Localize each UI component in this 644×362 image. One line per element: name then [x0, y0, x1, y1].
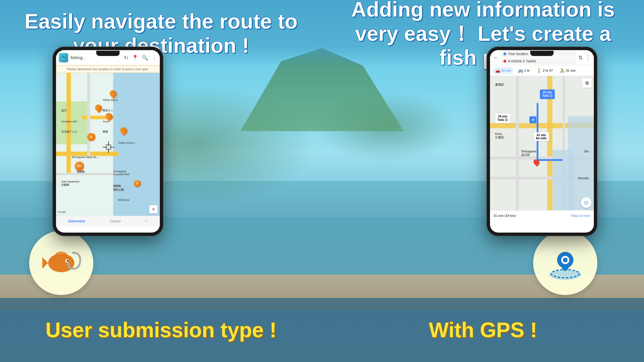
- minus-button[interactable]: −: [145, 219, 148, 224]
- road-horizontal-3: [56, 173, 118, 175]
- footer-left: User submission type !: [0, 298, 322, 362]
- right-phone-container: ← Your location 4-chōme-1 Yashio ⇅ ⋮: [487, 47, 597, 236]
- bus-time: 1 hr: [524, 69, 530, 72]
- route-bike-option[interactable]: 🚴 31 min: [557, 67, 578, 74]
- fishing-map[interactable]: 品川 Tennōzu Isle 天王洲アイル Tokyo Big S 東京ビッ …: [56, 73, 160, 216]
- fish-hook-svg: [39, 241, 83, 285]
- left-circle-icon: [29, 231, 93, 295]
- right-footer-title: With GPS !: [429, 318, 537, 342]
- nav-label-shinjuku: 新宿区: [495, 83, 504, 87]
- left-phone-notch: [96, 51, 120, 56]
- svg-point-14: [563, 258, 568, 262]
- map-bottom-actions: Determine Cancel −: [56, 216, 160, 226]
- fish-pin-large-cluster: 10+: [75, 161, 84, 171]
- map-label-10: JonanjimaSeaside Park: [113, 170, 130, 176]
- right-phone-notch: [530, 51, 554, 56]
- left-footer-title: User submission type !: [46, 318, 276, 342]
- map-label-4: Tokyo Big S: [103, 99, 118, 101]
- map-label-3: 天王洲アイル: [61, 130, 77, 134]
- fish-pin-2: [95, 104, 102, 112]
- origin-dot: [503, 52, 506, 55]
- gps-location-svg: [543, 241, 587, 285]
- nav-footer: 31 min (19 km) Steps & more: [490, 210, 594, 221]
- road-v2: [516, 76, 519, 210]
- distance-text: 31 min (19 km): [494, 214, 516, 217]
- more-icon[interactable]: ⋮: [152, 55, 157, 61]
- road-vertical-2: [87, 73, 90, 159]
- svg-point-9: [67, 263, 70, 266]
- location-pin-icon[interactable]: 📍: [132, 55, 138, 61]
- interchange-icon: ⇌: [529, 116, 536, 123]
- footer: User submission type ! With GPS !: [0, 298, 644, 362]
- route-badge-alt1: 34 minTolls ⓘ: [495, 114, 510, 123]
- walk-icon: 🚶: [537, 68, 542, 73]
- swap-directions-icon[interactable]: ⇅: [578, 55, 583, 61]
- fish-pin-5: 5: [134, 180, 141, 187]
- search-icon[interactable]: 🔍: [142, 55, 148, 61]
- route-badge-main: 31 minTolls ⓘ: [540, 89, 555, 99]
- map-label-14: Tokyo-Souci...: [118, 141, 136, 144]
- map-layers-icon[interactable]: ⧉: [582, 78, 592, 88]
- left-phone-screen: 🐟 fishing... ↻ 📍 🔍 ⋮ Please determine th…: [56, 50, 160, 233]
- google-label: Google: [57, 210, 66, 213]
- nav-label-ota: Ota: [584, 150, 589, 153]
- toolbar-icons: ↻ 📍 🔍 ⋮: [124, 55, 157, 61]
- route-options-bar: 🚗 31 min 🚌 1 hr 🚶 2 hr 57 🚴 31 min: [490, 65, 594, 76]
- left-phone-container: 🐟 fishing... ↻ 📍 🔍 ⋮ Please determine th…: [52, 47, 163, 236]
- map-label-11: 城南島海浜公園: [113, 184, 124, 192]
- map-label-7: 青海: [103, 130, 108, 134]
- route-walk-option[interactable]: 🚶 2 hr 57: [534, 67, 555, 74]
- car-time: 31 min: [501, 69, 511, 72]
- bike-icon: 🚴: [560, 68, 565, 73]
- route-bus-option[interactable]: 🚌 1 hr: [516, 67, 532, 74]
- steps-more-link[interactable]: Steps & more: [571, 214, 590, 217]
- current-location-button[interactable]: ◎: [581, 197, 592, 208]
- footer-right: With GPS !: [322, 298, 644, 362]
- zoom-plus-button[interactable]: +: [149, 205, 158, 213]
- banner-text: Please determine the location in order t…: [67, 67, 149, 71]
- route-line-horizontal: [537, 159, 563, 161]
- nav-label-koto: Koto江東区: [495, 132, 504, 140]
- destination-row: 4-chōme-1 Yashio: [501, 58, 576, 64]
- svg-marker-6: [42, 257, 48, 269]
- nav-map[interactable]: 新宿区 Koto江東区 Shinagawa品川区 Ota Haneda 31 m…: [490, 76, 594, 210]
- route-badge-alt2: 41 minNo tolls: [534, 132, 549, 141]
- map-label-13: Awa Aquarium水族路: [61, 180, 80, 187]
- fish-pin-4: [120, 127, 127, 135]
- bike-time: 31 min: [566, 69, 575, 72]
- destination-text: 4-chōme-1 Yashio: [508, 59, 574, 63]
- right-phone: ← Your location 4-chōme-1 Yashio ⇅ ⋮: [487, 47, 597, 236]
- walk-time: 2 hr 57: [543, 69, 553, 72]
- right-phone-screen: ← Your location 4-chōme-1 Yashio ⇅ ⋮: [490, 50, 594, 233]
- map-label-8: Shinagawa-Seas.de...: [71, 156, 98, 159]
- app-banner: Please determine the location in order t…: [56, 65, 160, 73]
- svg-point-8: [67, 260, 69, 262]
- map-label-2: Tennōzu Isle: [61, 120, 77, 123]
- water-bottom: [552, 150, 573, 210]
- svg-point-5: [48, 254, 74, 272]
- app-logo-icon: 🐟: [59, 53, 68, 62]
- left-phone: 🐟 fishing... ↻ 📍 🔍 ⋮ Please determine th…: [52, 47, 163, 236]
- map-label-5: 東京ビッ: [103, 109, 113, 113]
- destination-dot: [503, 60, 506, 63]
- cancel-button[interactable]: Cancel: [110, 219, 120, 223]
- back-icon[interactable]: ←: [493, 54, 499, 61]
- route-car-option[interactable]: 🚗 31 min: [493, 67, 513, 74]
- map-label-12: Eihinima: [118, 198, 130, 201]
- right-circle-icon: [533, 231, 597, 295]
- map-crosshair: [103, 141, 114, 153]
- fish-pin-cluster: 6: [87, 133, 95, 141]
- nav-label-haneda: Haneda: [578, 177, 589, 180]
- car-icon: 🚗: [495, 68, 500, 73]
- nav-label-shinagawa: Shinagawa品川区: [521, 150, 536, 157]
- fish-pin-3: [106, 113, 112, 120]
- fish-pin-1: [110, 90, 116, 98]
- bus-icon: 🚌: [518, 68, 523, 73]
- map-label-1: 品川: [61, 109, 66, 113]
- nav-menu-icon[interactable]: ⋮: [585, 54, 591, 61]
- determine-button[interactable]: Determine: [68, 219, 85, 223]
- reload-icon[interactable]: ↻: [124, 55, 128, 61]
